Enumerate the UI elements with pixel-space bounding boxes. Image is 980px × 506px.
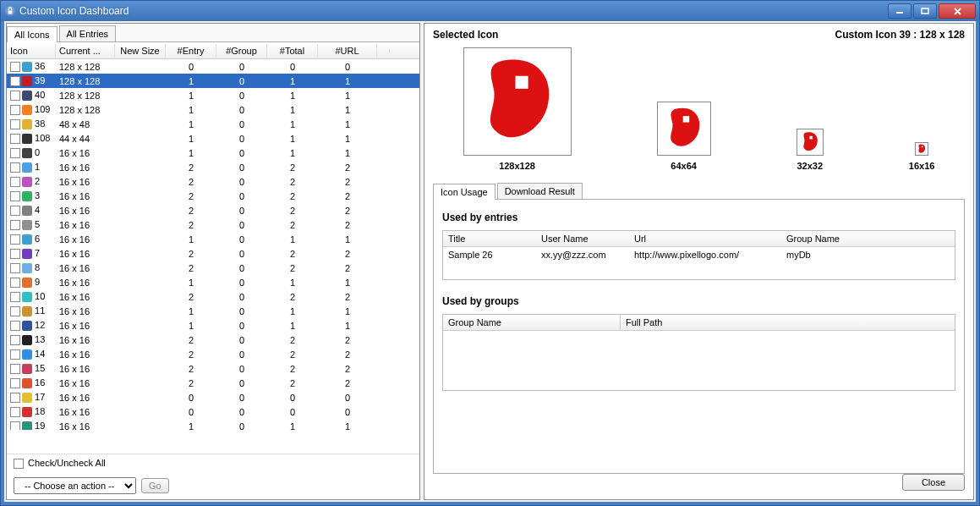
row-checkbox[interactable] (10, 364, 20, 374)
table-row[interactable]: 516 x 162022 (7, 217, 419, 232)
go-button[interactable]: Go (141, 478, 169, 493)
row-checkbox[interactable] (10, 393, 20, 403)
preview-64 (657, 102, 711, 156)
row-checkbox[interactable] (10, 220, 20, 230)
row-checkbox[interactable] (10, 206, 20, 216)
table-row[interactable]: 1716 x 160000 (7, 390, 419, 404)
entries-col-user[interactable]: User Name (536, 231, 629, 246)
row-checkbox[interactable] (10, 148, 20, 158)
row-checkbox[interactable] (10, 62, 20, 72)
left-pane: All Icons All Entries Icon Current ... N… (6, 23, 420, 500)
table-row[interactable]: 1916 x 161011 (7, 419, 419, 430)
table-row[interactable]: 716 x 162022 (7, 246, 419, 261)
icon-table: Icon Current ... New Size #Entry #Group … (7, 42, 419, 454)
entries-row[interactable]: Sample 26 xx.yy@zzz.com http://www.pixel… (443, 247, 955, 262)
minimize-button[interactable] (888, 3, 912, 19)
check-uncheck-all[interactable]: Check/Uncheck All (14, 458, 106, 468)
row-checkbox[interactable] (10, 407, 20, 417)
table-row[interactable]: 016 x 161011 (7, 146, 419, 160)
left-tabs: All Icons All Entries (7, 24, 419, 42)
table-row[interactable]: 36128 x 1280000 (7, 59, 419, 74)
col-header-group[interactable]: #Group (216, 44, 267, 58)
table-row[interactable]: 816 x 162022 (7, 261, 419, 275)
row-checkbox[interactable] (10, 234, 20, 245)
right-pane: Selected Icon Custom Icon 39 : 128 x 128… (424, 23, 974, 500)
tab-download-result[interactable]: Download Result (497, 183, 583, 199)
table-row[interactable]: 109128 x 1281011 (7, 102, 419, 117)
used-by-groups-label: Used by groups (442, 295, 955, 307)
entries-col-title[interactable]: Title (443, 231, 536, 246)
table-row[interactable]: 1816 x 160000 (7, 404, 419, 419)
tab-all-icons[interactable]: All Icons (7, 26, 57, 42)
row-icon (22, 249, 32, 259)
table-row[interactable]: 39128 x 1281011 (7, 74, 419, 88)
row-checkbox[interactable] (10, 119, 20, 129)
check-uncheck-label: Check/Uncheck All (28, 458, 106, 468)
table-row[interactable]: 10844 x 441011 (7, 131, 419, 146)
row-icon (22, 91, 32, 101)
row-checkbox[interactable] (10, 278, 20, 288)
groups-col-path[interactable]: Full Path (621, 315, 955, 330)
row-checkbox[interactable] (10, 349, 20, 360)
table-row[interactable]: 616 x 161011 (7, 232, 419, 246)
row-icon (22, 421, 32, 430)
table-row[interactable]: 3848 x 481011 (7, 117, 419, 131)
groups-col-name[interactable]: Group Name (443, 315, 621, 330)
table-row[interactable]: 1216 x 161011 (7, 318, 419, 333)
col-header-entry[interactable]: #Entry (166, 44, 216, 58)
table-row[interactable]: 1516 x 162022 (7, 361, 419, 376)
row-icon (22, 134, 32, 144)
table-row[interactable]: 916 x 161011 (7, 275, 419, 289)
close-button[interactable]: Close (902, 474, 965, 491)
row-checkbox[interactable] (10, 378, 20, 388)
row-checkbox[interactable] (10, 91, 20, 101)
row-checkbox[interactable] (10, 335, 20, 345)
row-checkbox[interactable] (10, 191, 20, 201)
row-checkbox[interactable] (10, 134, 20, 144)
entries-col-url[interactable]: Url (629, 231, 781, 246)
preview-32 (797, 129, 824, 156)
entries-col-group[interactable]: Group Name (781, 231, 955, 246)
row-checkbox[interactable] (10, 321, 20, 331)
table-row[interactable]: 416 x 162022 (7, 203, 419, 217)
col-header-current[interactable]: Current ... (56, 44, 115, 58)
col-header-url[interactable]: #URL (318, 44, 377, 58)
row-icon (22, 321, 32, 331)
preview-128 (463, 47, 572, 156)
maximize-button[interactable] (913, 3, 937, 19)
close-window-button[interactable] (939, 3, 976, 19)
tab-all-entries[interactable]: All Entries (59, 25, 117, 41)
entry-user: xx.yy@zzz.com (536, 247, 629, 262)
row-checkbox[interactable] (10, 162, 20, 173)
table-row[interactable]: 1616 x 162022 (7, 376, 419, 390)
row-icon (22, 191, 32, 201)
table-row[interactable]: 116 x 162022 (7, 160, 419, 174)
row-checkbox[interactable] (10, 105, 20, 115)
col-header-icon[interactable]: Icon (7, 44, 56, 58)
table-row[interactable]: 216 x 162022 (7, 174, 419, 189)
table-row[interactable]: 1116 x 161011 (7, 304, 419, 318)
previews: 128x128 64x64 32x32 16x16 (433, 44, 965, 178)
row-checkbox[interactable] (10, 421, 20, 430)
row-icon (22, 62, 32, 72)
row-checkbox[interactable] (10, 292, 20, 302)
entry-title: Sample 26 (443, 247, 536, 262)
row-checkbox[interactable] (10, 249, 20, 259)
col-header-total[interactable]: #Total (267, 44, 318, 58)
row-checkbox[interactable] (10, 76, 20, 86)
table-row[interactable]: 1316 x 162022 (7, 333, 419, 347)
table-row[interactable]: 1416 x 162022 (7, 347, 419, 361)
table-body[interactable]: 36128 x 1280000 39128 x 1281011 40128 x … (7, 59, 419, 430)
row-icon (22, 364, 32, 374)
titlebar[interactable]: Custom Icon Dashboard (1, 1, 979, 21)
table-row[interactable]: 1016 x 162022 (7, 289, 419, 304)
table-row[interactable]: 40128 x 1281011 (7, 88, 419, 102)
row-checkbox[interactable] (10, 263, 20, 273)
col-header-new[interactable]: New Size (115, 44, 166, 58)
tab-icon-usage[interactable]: Icon Usage (433, 184, 495, 200)
table-row[interactable]: 316 x 162022 (7, 189, 419, 203)
row-checkbox[interactable] (10, 306, 20, 316)
row-icon (22, 335, 32, 345)
row-checkbox[interactable] (10, 177, 20, 187)
action-select[interactable]: -- Choose an action -- (14, 477, 136, 494)
